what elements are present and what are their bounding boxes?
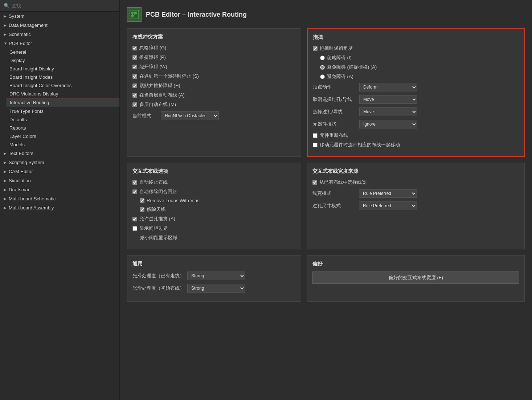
avoid-obstacles-radio[interactable]: [320, 74, 325, 79]
mode-select[interactable]: HugNPush Obstacles: [161, 111, 219, 120]
cb-row-autoroute-multi[interactable]: 多层自动布线 (M): [132, 101, 296, 108]
autoroute-current-checkbox[interactable]: [132, 93, 137, 98]
autoroute-multi-checkbox[interactable]: [132, 102, 137, 107]
sidebar-item-models[interactable]: Models: [6, 140, 119, 149]
allow-via-push-checkbox[interactable]: [132, 217, 137, 221]
remove-antenna-checkbox[interactable]: [140, 207, 144, 212]
sidebar-item-label: Multi-board Schematic: [9, 196, 116, 201]
deselect-via-select[interactable]: Move: [359, 95, 417, 104]
sidebar-item-simulation[interactable]: ▶ Simulation: [0, 176, 119, 185]
stop-first-label: 在遇到第一个障碍时停止 (S): [139, 73, 199, 79]
sidebar-item-text-editors[interactable]: ▶ Text Editors: [0, 149, 119, 158]
cb-row-ignore[interactable]: 忽略障碍 (G): [132, 45, 296, 51]
stop-first-checkbox[interactable]: [132, 74, 137, 79]
show-clearance-checkbox[interactable]: [132, 226, 137, 231]
sidebar-item-true-type-fonts[interactable]: True Type Fonts: [6, 107, 119, 115]
remove-loops-vias-checkbox[interactable]: [140, 198, 144, 203]
radio-ignore-drag[interactable]: 忽略障碍 (I): [320, 54, 519, 61]
sidebar-item-system[interactable]: ▶ System: [0, 12, 119, 21]
cb-row-autoroute-cur[interactable]: 在当前层自动布线 (A): [132, 92, 296, 98]
vertex-action-select[interactable]: Deform: [359, 83, 417, 91]
via-mode-select[interactable]: Rule Preferred: [359, 201, 417, 210]
wrap-obstacles-checkbox[interactable]: [132, 65, 137, 69]
radio-avoid-capture[interactable]: 避免障碍 (捕捉栅格) (A): [320, 64, 519, 70]
ignore-obstacles-radio-label: 忽略障碍 (I): [327, 54, 352, 61]
reduce-clearance-label: 减小间距显示区域: [140, 234, 177, 241]
sidebar-item-label: Scripting System: [9, 160, 116, 165]
search-input[interactable]: [12, 3, 116, 8]
page-header: PCB Editor – Interactive Routing: [127, 7, 525, 22]
move-component-wire-checkbox[interactable]: [313, 143, 318, 147]
smooth-route-label: 光滑处理度（初始布线）: [132, 285, 184, 291]
reduce-clearance-row[interactable]: 减小间距显示区域: [140, 234, 296, 241]
sidebar-item-board-insight-modes[interactable]: Board Insight Modes: [6, 73, 119, 81]
radio-avoid[interactable]: 避免障碍 (A): [320, 73, 519, 80]
sidebar-item-multi-board-assembly[interactable]: ▶ Multi-board Assembly: [0, 203, 119, 212]
push-obstacles-label: 推挤障碍 (P): [139, 54, 166, 61]
component-reroute-checkbox[interactable]: [313, 133, 318, 138]
sidebar-item-data-management[interactable]: ▶ Data Management: [0, 21, 119, 30]
sidebar-item-reports[interactable]: Reports: [6, 124, 119, 132]
sidebar-item-board-insight-color-overrides[interactable]: Board Insight Color Overrides: [6, 81, 119, 90]
general-row: 通用 光滑处理度（已有走线） Strong 光滑处理度（初始布线） Strong…: [127, 255, 525, 302]
select-via-label: 选择过孔/导线: [313, 109, 356, 115]
sidebar-item-draftsman[interactable]: ▶ Draftsman: [0, 185, 119, 194]
sidebar-item-scripting-system[interactable]: ▶ Scripting System: [0, 158, 119, 167]
cb-row-stop[interactable]: 在遇到第一个障碍时停止 (S): [132, 73, 296, 79]
component-push-select[interactable]: Ignore: [359, 120, 417, 128]
sidebar-item-board-insight-display[interactable]: Board Insight Display: [6, 65, 119, 73]
chevron-right-icon: ▶: [4, 160, 9, 164]
pcb-editor-icon: [127, 7, 142, 22]
sidebar-item-general[interactable]: General: [6, 48, 119, 56]
search-icon: 🔍: [4, 3, 9, 8]
sidebar-item-cam-editor[interactable]: ▶ CAM Editor: [0, 167, 119, 176]
cb-row-wrap[interactable]: 绕开障碍 (W): [132, 64, 296, 70]
allow-via-push-row[interactable]: 允许过孔推挤 (A): [132, 216, 296, 222]
sidebar-item-interactive-routing[interactable]: Interactive Routing: [6, 98, 119, 107]
sidebar-item-schematic[interactable]: ▶ Schematic: [0, 30, 119, 39]
select-via-select[interactable]: Move: [359, 107, 417, 116]
push-obstacles-checkbox[interactable]: [132, 55, 137, 60]
remove-loops-vias-row[interactable]: Remove Loops With Vias: [140, 198, 296, 203]
sidebar-item-layer-colors[interactable]: Layer Colors: [6, 132, 119, 140]
from-existing-row[interactable]: 从已有布线中选择线宽: [312, 179, 519, 185]
width-mode-select[interactable]: Rule Preferred: [359, 189, 417, 198]
auto-remove-loops-row[interactable]: 自动移除闭合回路: [132, 188, 296, 195]
search-bar[interactable]: 🔍: [0, 0, 119, 12]
smooth-existing-select[interactable]: Strong: [187, 272, 245, 280]
chevron-right-icon: ▶: [4, 188, 9, 192]
keep-angle-row[interactable]: 拖拽时保留角度: [313, 45, 519, 52]
sidebar-item-display[interactable]: Display: [6, 56, 119, 65]
svg-rect-1: [131, 12, 134, 14]
smooth-route-select[interactable]: Strong: [187, 284, 245, 293]
remove-antenna-row[interactable]: 移除天线: [140, 206, 296, 213]
sidebar-item-drc-violations-display[interactable]: DRC Violations Display: [6, 90, 119, 98]
ignore-obstacles-radio[interactable]: [320, 56, 325, 60]
select-via-row: 选择过孔/导线 Move: [313, 107, 519, 116]
auto-remove-loops-checkbox[interactable]: [132, 189, 137, 194]
preferred-width-button[interactable]: 偏好的交互式布线宽度 (F): [312, 272, 519, 284]
sidebar-item-multi-board-schematic[interactable]: ▶ Multi-board Schematic: [0, 194, 119, 203]
component-reroute-row[interactable]: 元件重新布线: [313, 132, 519, 139]
cb-row-hug[interactable]: 紧贴并推挤障碍 (H): [132, 82, 296, 89]
show-clearance-row[interactable]: 显示间距边界: [132, 225, 296, 232]
from-existing-checkbox[interactable]: [312, 180, 317, 185]
deselect-via-row: 取消选择过孔/导线 Move: [313, 95, 519, 104]
preference-panel: 偏好 偏好的交互式布线宽度 (F): [307, 255, 525, 302]
sidebar: 🔍 ▶ System ▶ Data Management ▶ Schematic…: [0, 0, 120, 400]
keep-angle-checkbox[interactable]: [313, 46, 318, 51]
auto-terminate-checkbox[interactable]: [132, 180, 137, 185]
cb-row-push[interactable]: 推挤障碍 (P): [132, 54, 296, 61]
move-component-wire-row[interactable]: 移动元器件时连带相应的布线一起移动: [313, 142, 519, 148]
component-push-row: 元器件推挤 Ignore: [313, 120, 519, 128]
via-mode-row: 过孔尺寸模式 Rule Preferred: [312, 201, 519, 210]
sidebar-item-defaults[interactable]: Defaults: [6, 115, 119, 124]
avoid-obstacles-capture-radio[interactable]: [320, 65, 325, 70]
mode-label: 当前模式: [132, 113, 158, 119]
auto-terminate-row[interactable]: 自动终止布线: [132, 179, 296, 185]
hug-push-checkbox[interactable]: [132, 83, 137, 88]
sidebar-item-pcb-editor[interactable]: ▼ PCB Editor: [0, 39, 119, 48]
ignore-obstacles-checkbox[interactable]: [132, 46, 137, 50]
show-clearance-label: 显示间距边界: [139, 225, 168, 232]
chevron-right-icon: ▶: [4, 206, 9, 210]
